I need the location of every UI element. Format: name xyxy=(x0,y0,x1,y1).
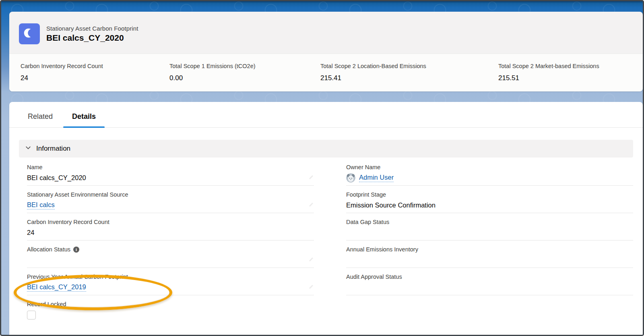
field-environmental-source: Stationary Asset Environmental Source BE… xyxy=(27,191,314,213)
highlight-value: 24 xyxy=(21,74,169,82)
edit-pencil-icon[interactable] xyxy=(308,256,314,264)
highlight-label: Total Scope 2 Market-based Emissions xyxy=(498,63,632,69)
field-label: Data Gap Status xyxy=(346,218,633,226)
record-head: Stationary Asset Carbon Footprint BEI ca… xyxy=(9,12,643,54)
highlights-panel: Carbon Inventory Record Count 24 Total S… xyxy=(9,54,643,91)
crescent-moon-icon xyxy=(23,26,36,41)
field-audit-approval-status: Audit Approval Status xyxy=(346,273,633,295)
page-title: BEI calcs_CY_2020 xyxy=(46,33,138,43)
field-label: Previous Year Annual Carbon Footprint xyxy=(27,273,314,281)
field-record-locked: Record Locked xyxy=(27,300,314,323)
field-name: Name BEI calcs_CY_2020 xyxy=(27,163,314,186)
owner-link[interactable]: Admin User xyxy=(359,174,394,182)
edit-pencil-icon[interactable] xyxy=(308,174,314,182)
highlight-scope2-market-emissions: Total Scope 2 Market-based Emissions 215… xyxy=(498,63,632,91)
field-label: Record Locked xyxy=(27,300,314,308)
environmental-source-link[interactable]: BEI calcs xyxy=(27,201,55,209)
field-footprint-stage: Footprint Stage Emission Source Confirma… xyxy=(346,191,633,213)
object-label: Stationary Asset Carbon Footprint xyxy=(46,25,138,32)
app-window: Stationary Asset Carbon Footprint BEI ca… xyxy=(0,0,644,336)
field-previous-year-footprint: Previous Year Annual Carbon Footprint BE… xyxy=(27,273,314,295)
highlight-record-count: Carbon Inventory Record Count 24 xyxy=(21,63,169,91)
field-owner-name: Owner Name xyxy=(346,163,633,186)
previous-year-footprint-link[interactable]: BEI calcs_CY_2019 xyxy=(27,283,86,292)
highlight-label: Total Scope 1 Emissions (tCO2e) xyxy=(169,63,320,69)
field-label: Stationary Asset Environmental Source xyxy=(27,191,314,199)
field-label: Footprint Stage xyxy=(346,191,633,199)
record-detail-card: Related Details Information Name BEI cal… xyxy=(9,102,643,336)
info-icon[interactable]: i xyxy=(73,247,79,253)
edit-pencil-icon[interactable] xyxy=(308,284,314,291)
field-label: Name xyxy=(27,163,314,171)
section-title: Information xyxy=(36,145,70,153)
field-allocation-status: Allocation Status i xyxy=(27,245,314,268)
highlight-label: Total Scope 2 Location-Based Emissions xyxy=(320,63,498,69)
record-identity: Stationary Asset Carbon Footprint BEI ca… xyxy=(46,25,138,43)
tab-related[interactable]: Related xyxy=(18,112,62,127)
field-record-count: Carbon Inventory Record Count 24 xyxy=(27,218,314,241)
field-label: Annual Emissions Inventory xyxy=(346,245,633,253)
tab-bar: Related Details xyxy=(9,102,643,128)
field-column-left: Name BEI calcs_CY_2020 Stationary Asset … xyxy=(27,163,314,328)
highlight-scope2-location-emissions: Total Scope 2 Location-Based Emissions 2… xyxy=(320,63,498,91)
field-label: Owner Name xyxy=(346,163,633,171)
user-avatar xyxy=(346,173,355,183)
field-annual-emissions-inventory: Annual Emissions Inventory xyxy=(346,245,633,268)
information-section-header[interactable]: Information xyxy=(19,140,633,158)
field-label: Allocation Status xyxy=(27,246,70,253)
field-data-gap-status: Data Gap Status xyxy=(346,218,633,241)
highlight-value: 0.00 xyxy=(169,74,320,82)
field-value: Emission Source Confirmation xyxy=(346,201,436,209)
chevron-down-icon[interactable] xyxy=(25,145,31,152)
field-grid: Name BEI calcs_CY_2020 Stationary Asset … xyxy=(19,158,633,328)
highlight-label: Carbon Inventory Record Count xyxy=(21,63,169,69)
tab-details[interactable]: Details xyxy=(62,112,105,127)
highlight-value: 215.51 xyxy=(498,74,632,82)
field-value: BEI calcs_CY_2020 xyxy=(27,174,86,182)
highlight-scope1-emissions: Total Scope 1 Emissions (tCO2e) 0.00 xyxy=(169,63,320,91)
edit-pencil-icon[interactable] xyxy=(308,201,314,209)
details-content: Information Name BEI calcs_CY_2020 xyxy=(9,128,643,328)
field-label: Audit Approval Status xyxy=(346,273,633,281)
record-header-card: Stationary Asset Carbon Footprint BEI ca… xyxy=(9,12,643,91)
highlight-value: 215.41 xyxy=(320,74,498,82)
field-label: Carbon Inventory Record Count xyxy=(27,218,314,226)
carbon-footprint-entity-icon xyxy=(19,23,40,44)
record-locked-checkbox[interactable] xyxy=(27,311,36,319)
field-column-right: Owner Name xyxy=(346,163,633,328)
field-value: 24 xyxy=(27,229,34,236)
